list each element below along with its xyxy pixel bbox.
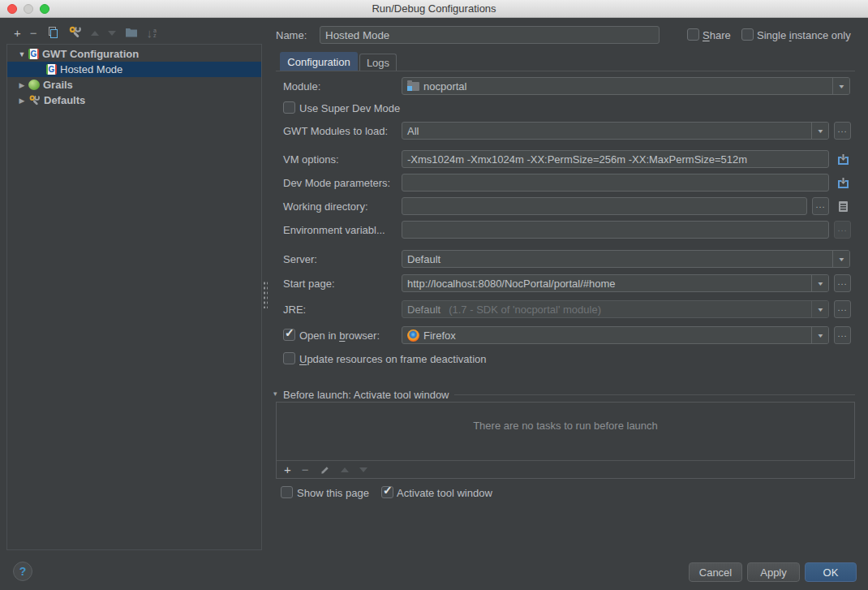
configurations-toolbar: + − ↓ a z bbox=[14, 26, 157, 41]
chevron-down-icon: ▼ bbox=[816, 333, 824, 338]
vm-options-expand-button[interactable] bbox=[835, 151, 851, 167]
firefox-icon bbox=[407, 329, 419, 342]
single-instance-checkbox[interactable]: ✓ bbox=[741, 28, 754, 41]
start-page-browse-button[interactable]: ... bbox=[834, 274, 851, 292]
dev-mode-parameters-label: Dev Mode parameters: bbox=[283, 177, 390, 189]
environment-variables-label: Environment variabl... bbox=[283, 224, 385, 236]
folder-icon bbox=[125, 27, 138, 37]
chevron-down-icon: ▼ bbox=[837, 256, 845, 262]
run-debug-configurations-dialog: Run/Debug Configurations + − bbox=[0, 0, 868, 590]
before-launch-disclosure-icon[interactable]: ▾ bbox=[273, 390, 277, 398]
start-page-dropdown-button[interactable]: ▼ bbox=[811, 275, 828, 291]
browser-combobox[interactable]: Firefox ▼ bbox=[402, 326, 829, 344]
show-this-page-checkbox[interactable]: ✓ bbox=[281, 486, 293, 498]
activate-tool-window-label: Activate tool window bbox=[397, 487, 492, 499]
name-label: Name: bbox=[276, 29, 307, 41]
tab-configuration[interactable]: Configuration bbox=[280, 52, 358, 71]
gwt-modules-browse-button[interactable]: ... bbox=[834, 122, 851, 140]
jre-dropdown-button[interactable]: ▼ bbox=[811, 301, 828, 317]
before-launch-toolbar-divider bbox=[277, 460, 854, 461]
create-folder-button[interactable] bbox=[125, 27, 138, 40]
gwt-modules-dropdown-button[interactable]: ▼ bbox=[811, 123, 828, 139]
working-directory-input[interactable] bbox=[402, 197, 807, 215]
gwt-icon: G bbox=[28, 49, 39, 59]
apply-button[interactable]: Apply bbox=[747, 562, 800, 582]
working-directory-browse-button[interactable]: ... bbox=[812, 197, 829, 215]
working-directory-label: Working directory: bbox=[283, 200, 368, 213]
browser-browse-button[interactable]: ... bbox=[834, 326, 851, 344]
working-directory-macros-button[interactable] bbox=[835, 198, 851, 214]
configurations-tree: ▼ G GWT Configuration G Hosted Mode ▶ Gr… bbox=[6, 44, 262, 550]
edit-defaults-button[interactable] bbox=[68, 25, 82, 41]
start-page-label: Start page: bbox=[283, 278, 335, 290]
chevron-down-icon: ▼ bbox=[837, 84, 845, 89]
move-task-down-button bbox=[359, 467, 367, 472]
server-combobox[interactable]: Default ▼ bbox=[402, 250, 850, 268]
activate-tool-window-checkbox[interactable]: ✓ bbox=[381, 486, 393, 498]
cancel-button[interactable]: Cancel bbox=[689, 562, 742, 582]
wrench-gear-icon bbox=[68, 25, 82, 39]
gwt-modules-combobox[interactable]: All ▼ bbox=[402, 122, 829, 140]
sort-configurations-button: ↓ a z bbox=[147, 27, 157, 40]
update-resources-checkbox[interactable]: ✓ bbox=[283, 352, 295, 364]
expand-field-icon bbox=[836, 153, 850, 166]
use-super-dev-mode-checkbox[interactable]: ✓ bbox=[283, 101, 295, 114]
environment-variables-browse-button[interactable]: ... bbox=[834, 221, 851, 239]
before-launch-title: Before launch: Activate tool window bbox=[283, 389, 449, 401]
before-launch-toolbar: + − bbox=[284, 463, 367, 476]
move-down-button bbox=[108, 31, 116, 36]
update-resources-label: Update resources on frame deactivation bbox=[299, 353, 487, 365]
copy-configuration-button[interactable] bbox=[46, 26, 59, 41]
tree-item-label: Defaults bbox=[44, 94, 85, 106]
gwt-modules-label: GWT Modules to load: bbox=[283, 125, 388, 137]
vm-options-input[interactable]: -Xms1024m -Xmx1024m -XX:PermSize=256m -X… bbox=[402, 150, 829, 168]
tree-item-gwt-configuration[interactable]: ▼ G GWT Configuration bbox=[7, 46, 261, 62]
copy-icon bbox=[46, 26, 59, 39]
expand-field-icon bbox=[836, 176, 850, 190]
share-checkbox[interactable]: ✓ bbox=[687, 28, 699, 41]
tree-item-label: Hosted Mode bbox=[60, 63, 122, 75]
chevron-down-icon: ▼ bbox=[816, 128, 824, 134]
add-configuration-button[interactable]: + bbox=[14, 27, 21, 40]
tree-item-hosted-mode[interactable]: G Hosted Mode bbox=[7, 62, 261, 77]
chevron-collapsed-icon[interactable]: ▶ bbox=[15, 97, 28, 105]
gwt-icon: G bbox=[46, 64, 57, 75]
grails-icon bbox=[28, 80, 40, 90]
insert-macros-icon bbox=[838, 200, 849, 213]
server-dropdown-button[interactable]: ▼ bbox=[832, 251, 849, 267]
remove-task-button: − bbox=[302, 463, 309, 476]
chevron-expanded-icon[interactable]: ▼ bbox=[15, 50, 28, 58]
edit-task-pencil-icon bbox=[320, 465, 330, 476]
splitter-handle[interactable] bbox=[263, 281, 268, 308]
jre-browse-button[interactable]: ... bbox=[834, 300, 851, 318]
show-this-page-label: Show this page bbox=[297, 487, 369, 499]
before-launch-divider bbox=[454, 394, 855, 395]
name-input[interactable] bbox=[320, 26, 660, 44]
chevron-down-icon: ▼ bbox=[816, 307, 824, 312]
chevron-collapsed-icon[interactable]: ▶ bbox=[15, 81, 28, 89]
open-in-browser-checkbox[interactable]: ✓ bbox=[283, 329, 295, 341]
dev-mode-expand-button[interactable] bbox=[835, 174, 851, 191]
add-task-button[interactable]: + bbox=[284, 463, 291, 476]
tree-item-defaults[interactable]: ▶ Defaults bbox=[7, 93, 261, 108]
ok-button[interactable]: OK bbox=[805, 562, 857, 582]
browser-dropdown-button[interactable]: ▼ bbox=[811, 327, 828, 343]
environment-variables-input[interactable] bbox=[402, 221, 829, 239]
module-dropdown-button[interactable]: ▼ bbox=[832, 78, 849, 94]
server-label: Server: bbox=[283, 253, 317, 265]
module-icon bbox=[407, 82, 419, 91]
help-button[interactable]: ? bbox=[13, 562, 32, 581]
tab-logs[interactable]: Logs bbox=[359, 54, 397, 71]
jre-label: JRE: bbox=[283, 304, 306, 316]
remove-configuration-button[interactable]: − bbox=[30, 27, 37, 40]
use-super-dev-mode-label: Use Super Dev Mode bbox=[299, 102, 400, 114]
share-label: Share bbox=[703, 29, 731, 41]
vm-options-label: VM options: bbox=[283, 153, 339, 166]
tree-item-grails[interactable]: ▶ Grails bbox=[7, 77, 261, 93]
dev-mode-parameters-input[interactable] bbox=[402, 174, 829, 192]
start-page-combobox[interactable]: http://localhost:8080/NocPortal/portal/#… bbox=[402, 274, 829, 292]
tree-item-label: GWT Configuration bbox=[42, 48, 139, 60]
chevron-down-icon: ▼ bbox=[816, 281, 824, 286]
module-combobox[interactable]: nocportal ▼ bbox=[402, 77, 850, 95]
jre-combobox[interactable]: Default(1.7 - SDK of 'nocportal' module)… bbox=[402, 300, 829, 318]
